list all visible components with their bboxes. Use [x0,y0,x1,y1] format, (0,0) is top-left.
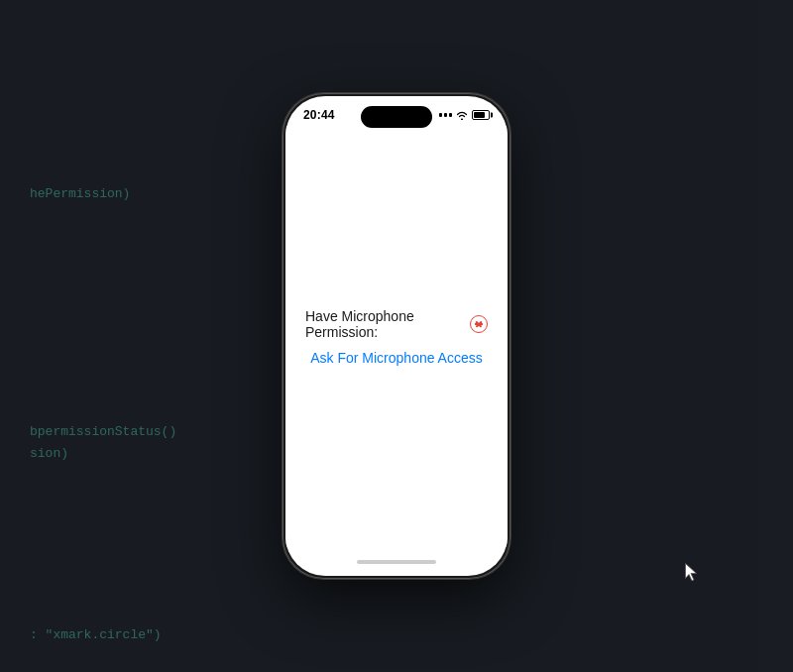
permission-label: Have Microphone Permission: [305,308,464,340]
signal-icon [439,113,452,117]
phone-mockup: 20:44 [283,93,510,579]
status-icons [439,110,490,120]
phone-frame: 20:44 [283,93,510,579]
xmark-inner [475,320,483,328]
status-time: 20:44 [303,108,335,122]
dynamic-island [361,106,432,128]
status-bar: 20:44 [285,96,508,126]
permission-status-row: Have Microphone Permission: [305,308,488,340]
xmark-circle-icon [470,315,488,333]
home-bar [357,560,436,564]
battery-icon [472,110,490,120]
wifi-icon [456,110,468,120]
phone-screen: 20:44 [285,96,508,576]
app-content: Have Microphone Permission: Ask For Micr… [285,126,508,548]
ask-microphone-button[interactable]: Ask For Microphone Access [310,350,483,366]
home-indicator [285,548,508,576]
